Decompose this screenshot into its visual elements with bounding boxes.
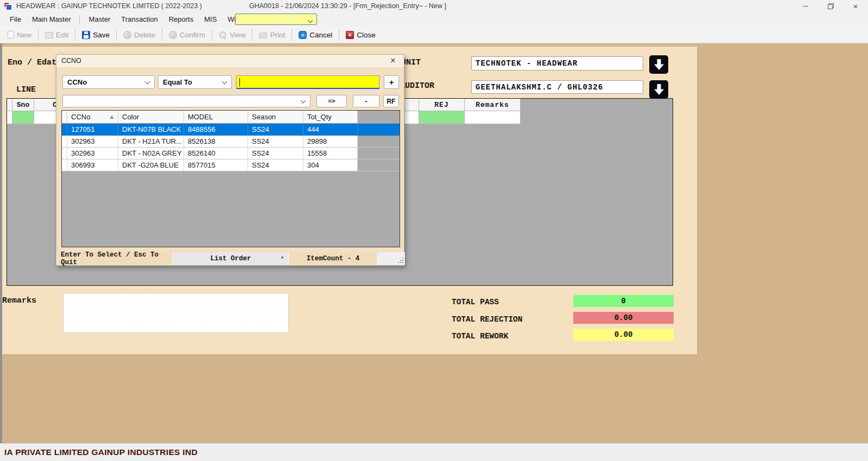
lookup-grid-selector-header — [62, 111, 67, 123]
minimize-button[interactable] — [793, 0, 818, 12]
resize-grip[interactable] — [398, 258, 403, 263]
status-bar: IA PRIVATE LIMITED GAINUP INDUSTRIES IND — [0, 443, 868, 461]
dialog-status-bar: Enter To Select / Esc To Quit List Order… — [56, 252, 405, 265]
cell-season: SS24 — [248, 148, 303, 159]
toolbar-separator — [212, 29, 212, 41]
list-order-label: List Order — [210, 255, 251, 262]
bg-grid-cell-remarks[interactable] — [465, 111, 521, 124]
mdi-client-area: Eno / Edate LINE Sno CCNO REJ Remarks UN… — [0, 43, 868, 443]
title-bar: HEADWEAR : GAINUP TECHNOTEK LIMITED ( 20… — [0, 0, 868, 12]
text-cursor — [239, 78, 240, 86]
row-selector-cell — [62, 136, 67, 147]
edit-button[interactable]: Edit — [41, 28, 73, 42]
lookup-grid-row[interactable]: 306993DKT -G20A BLUE8577015SS24304 — [62, 159, 400, 171]
lookup-results-grid: CCNoColorMODELSeasonTot_Qty 127051DKT-N0… — [61, 110, 400, 247]
menu-item-main-master[interactable]: Main Master — [27, 14, 77, 25]
column-header-ccno[interactable]: CCNo — [67, 111, 118, 123]
bg-grid-header-sno: Sno — [12, 99, 34, 111]
application-window: HEADWEAR : GAINUP TECHNOTEK LIMITED ( 20… — [0, 0, 868, 461]
restore-icon — [828, 3, 834, 9]
column-header-color[interactable]: Color — [118, 111, 184, 123]
apply-filter-button[interactable]: => — [316, 95, 347, 107]
dialog-title-bar[interactable]: CCNO × — [56, 55, 404, 68]
view-magnifier-icon — [219, 31, 227, 39]
menu-item-master[interactable]: Master — [83, 14, 116, 25]
edit-folder-icon — [45, 32, 53, 39]
lookup-grid-row[interactable]: 127051DKT-N07B BLACK8488556SS24444 — [62, 124, 400, 136]
toolbar-button-label: Print — [270, 31, 285, 39]
confirm-button[interactable]: Confirm — [164, 28, 210, 42]
close-window-button[interactable]: × — [843, 0, 868, 12]
auditor-lookup-button[interactable] — [649, 80, 668, 99]
delete-icon — [123, 31, 131, 39]
unit-field[interactable]: TECHNOTEK - HEADWEAR — [471, 56, 643, 71]
toolbar-button-label: Edit — [56, 31, 68, 39]
column-header-model[interactable]: MODEL — [184, 111, 248, 123]
cell-model: 8526140 — [184, 148, 248, 159]
view-button[interactable]: View — [214, 28, 250, 42]
cell-color: DKT - N02A GREY — [118, 148, 184, 159]
remarks-textarea[interactable] — [63, 293, 289, 333]
close-window-icon: × — [853, 2, 858, 10]
operator-value: Equal To — [163, 78, 192, 86]
menu-item-transaction[interactable]: Transaction — [116, 14, 163, 25]
row-selector-cell — [62, 148, 67, 159]
chevron-down-icon — [308, 18, 313, 23]
cell-color: DKT -G20A BLUE — [118, 159, 184, 171]
cell-ccno: 302963 — [67, 136, 118, 147]
minimize-icon — [803, 6, 808, 7]
window-selector-combo[interactable] — [235, 14, 317, 25]
chevron-down-icon — [301, 98, 306, 103]
delete-button[interactable]: Delete — [119, 28, 160, 42]
total-pass-label: TOTAL PASS — [452, 298, 499, 306]
menu-item-file[interactable]: File — [4, 14, 27, 25]
ccno-lookup-dialog: CCNO × CCNo Equal To + => - RF — [56, 54, 404, 266]
restore-button[interactable] — [818, 0, 843, 12]
column-header-tot-qty[interactable]: Tot_Qty — [303, 111, 358, 123]
item-count: ItemCount - 4 — [289, 252, 377, 265]
menu-item-mis[interactable]: MIS — [199, 14, 222, 25]
cancel-button[interactable]: Cancel — [294, 28, 337, 42]
toolbar-button-label: Close — [357, 31, 376, 39]
save-floppy-icon — [82, 31, 90, 39]
cell-tot-qty: 15558 — [303, 148, 358, 159]
print-button[interactable]: Print — [255, 28, 289, 42]
filter-expression-combo[interactable] — [62, 95, 311, 107]
cell-model: 8526138 — [184, 136, 248, 147]
total-rejection-value: 0.00 — [573, 312, 674, 324]
cell-season: SS24 — [248, 124, 303, 135]
field-selector-combo[interactable]: CCNo — [62, 75, 155, 89]
lookup-grid-row[interactable]: 302963DKT - H21A TUR...8526138SS2429898 — [62, 136, 400, 148]
total-rework-value: 0.00 — [573, 329, 674, 341]
document-title: GHA0018 - 21/06/2024 13:30:29 - [Frm_Rej… — [249, 2, 446, 10]
status-marquee-text: IA PRIVATE LIMITED GAINUP INDUSTRIES IND — [4, 447, 198, 457]
auditor-field[interactable]: GEETHALAKSHMI.C / GHL0326 — [471, 80, 643, 94]
close-button[interactable]: Close — [341, 28, 380, 42]
keyboard-hint: Enter To Select / Esc To Quit — [58, 252, 172, 265]
chevron-down-icon — [145, 79, 150, 84]
new-button[interactable]: New — [3, 28, 36, 42]
menu-separator — [79, 15, 80, 23]
arrow-down-icon — [652, 84, 666, 95]
dialog-close-icon[interactable]: × — [388, 56, 398, 66]
toolbar-button-label: Confirm — [180, 31, 205, 39]
operator-combo[interactable]: Equal To — [158, 75, 232, 89]
close-icon — [346, 31, 354, 39]
column-header-season[interactable]: Season — [248, 111, 303, 123]
filter-value-input[interactable] — [236, 75, 379, 89]
arrow-down-icon — [652, 59, 666, 71]
add-filter-button[interactable]: + — [384, 75, 399, 89]
cell-color: DKT - H21A TUR... — [118, 136, 184, 147]
bg-grid-cell-sno[interactable] — [12, 111, 34, 124]
menu-item-reports[interactable]: Reports — [163, 14, 199, 25]
list-order-combo[interactable]: List Order ▾ — [173, 252, 288, 265]
menu-items: FileMain MasterMasterTransactionReportsM… — [4, 14, 262, 25]
lookup-grid-row[interactable]: 302963DKT - N02A GREY8526140SS2415558 — [62, 148, 400, 159]
bg-grid-cell-rej[interactable] — [419, 111, 465, 124]
cell-tot-qty: 304 — [303, 159, 358, 171]
total-rework-label: TOTAL REWORK — [452, 332, 508, 341]
unit-lookup-button[interactable] — [649, 55, 668, 74]
refresh-button[interactable]: RF — [383, 95, 399, 107]
remove-filter-button[interactable]: - — [353, 95, 379, 107]
save-button[interactable]: Save — [78, 28, 114, 42]
